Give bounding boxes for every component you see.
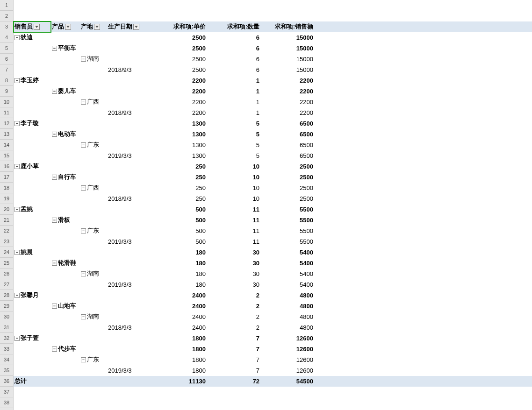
cell[interactable]: −湖南 [80,54,107,64]
cell[interactable]: 4800 [260,301,314,311]
collapse-icon[interactable]: − [52,346,57,352]
row-header[interactable]: 35 [0,365,13,376]
cell[interactable]: 2200 [153,75,207,86]
filter-dropdown-icon[interactable] [34,24,40,30]
cell[interactable] [14,150,51,161]
collapse-icon[interactable]: − [81,271,86,276]
cell[interactable] [80,43,107,54]
cell[interactable]: 7 [207,344,260,354]
cell[interactable]: 2400 [153,301,207,311]
cell[interactable]: −广西 [80,183,107,193]
cell[interactable] [107,258,153,269]
cell[interactable]: 1800 [153,333,207,344]
cell[interactable]: 10 [207,161,260,172]
cell[interactable]: 5400 [260,269,314,279]
cell[interactable]: 2019/3/3 [107,365,153,376]
cell[interactable]: 2200 [153,86,207,97]
cell[interactable]: 6 [207,54,260,64]
cell[interactable]: 6500 [260,129,314,140]
cell[interactable] [14,215,51,226]
row-header[interactable]: 32 [0,333,13,344]
cell[interactable] [51,226,80,236]
cell[interactable]: −孟姚 [14,204,51,215]
cell[interactable] [51,161,80,172]
row-header[interactable]: 21 [0,215,13,226]
cell[interactable] [14,193,51,204]
cell[interactable]: −轮滑鞋 [51,258,80,269]
row-header[interactable]: 25 [0,258,13,269]
cell[interactable]: 180 [153,258,207,269]
cell[interactable]: 2 [207,322,260,333]
cell[interactable]: 5500 [260,226,314,236]
cell[interactable] [107,226,153,236]
cell[interactable] [14,64,51,75]
cell[interactable]: 2200 [153,107,207,118]
collapse-icon[interactable]: − [81,99,86,105]
cell[interactable]: 10 [207,183,260,193]
cell[interactable]: 2500 [260,161,314,172]
cell[interactable]: 2500 [153,32,207,43]
cell[interactable] [14,322,51,333]
row-header[interactable]: 16 [0,161,13,172]
row-header[interactable]: 13 [0,129,13,140]
header-date[interactable]: 生产日期 [107,21,153,32]
cell[interactable] [107,86,153,97]
collapse-icon[interactable]: − [14,164,20,169]
cell[interactable]: 2018/9/3 [107,64,153,75]
cell[interactable]: 5 [207,129,260,140]
cell[interactable]: 2400 [153,290,207,301]
cell[interactable]: 1 [207,107,260,118]
cell[interactable] [51,269,80,279]
collapse-icon[interactable]: − [81,314,86,319]
cell[interactable]: 5 [207,118,260,129]
cell[interactable] [107,129,153,140]
cell[interactable]: 2 [207,290,260,301]
cell[interactable] [51,204,80,215]
cell[interactable] [14,301,51,311]
cell[interactable]: 5500 [260,215,314,226]
row-header[interactable]: 19 [0,193,13,204]
row-header[interactable]: 22 [0,226,13,236]
cell[interactable]: −张馨月 [14,290,51,301]
collapse-icon[interactable]: − [81,185,86,191]
cell[interactable] [107,290,153,301]
cell[interactable]: 15000 [260,32,314,43]
cell[interactable]: 250 [153,172,207,183]
cell[interactable]: 500 [153,226,207,236]
collapse-icon[interactable]: − [52,89,57,94]
cell[interactable]: 7 [207,365,260,376]
cell[interactable] [14,258,51,269]
collapse-icon[interactable]: − [52,261,57,266]
cell[interactable] [107,183,153,193]
cell[interactable] [107,75,153,86]
cell[interactable]: −张子萱 [14,333,51,344]
cell[interactable]: 10 [207,193,260,204]
cell[interactable]: 5400 [260,247,314,258]
cell[interactable]: 1300 [153,140,207,150]
cell[interactable]: −自行车 [51,172,80,183]
row-header[interactable]: 24 [0,247,13,258]
cell[interactable]: 5400 [260,258,314,269]
cell[interactable]: 7 [207,333,260,344]
cell[interactable]: −湖南 [80,311,107,322]
cell[interactable]: 2019/3/3 [107,236,153,247]
cell[interactable]: 6 [207,43,260,54]
cell[interactable]: 6500 [260,150,314,161]
cell[interactable] [107,97,153,107]
row-header[interactable]: 28 [0,290,13,301]
header-sum-price[interactable]: 求和项:单价 [153,21,207,32]
cell[interactable] [14,269,51,279]
cell[interactable] [51,279,80,290]
cell[interactable] [14,140,51,150]
cell[interactable] [51,236,80,247]
cell[interactable] [80,150,107,161]
cell[interactable]: 2500 [260,183,314,193]
cell[interactable] [14,97,51,107]
row-header[interactable]: 17 [0,172,13,183]
header-origin[interactable]: 产地 [80,21,107,32]
cell[interactable] [14,236,51,247]
cell[interactable]: 15000 [260,43,314,54]
cell[interactable] [14,365,51,376]
cell[interactable] [80,204,107,215]
collapse-icon[interactable]: − [14,207,20,212]
